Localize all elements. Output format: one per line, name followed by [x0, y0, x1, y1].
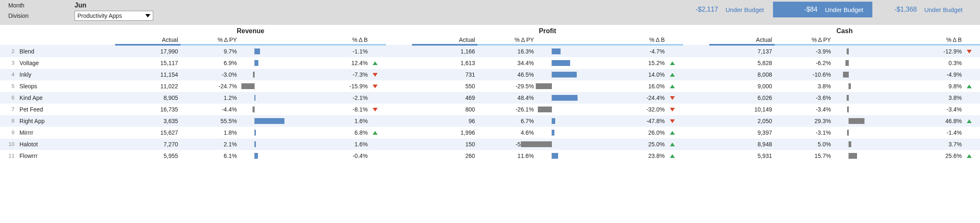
cell-bar [833, 138, 905, 150]
cell-indicator [964, 45, 980, 57]
kpi-amount: -$2,117 [696, 6, 718, 13]
cell-indicator [964, 127, 980, 138]
performance-table: Revenue Profit Cash Actual % Δ PY % Δ B … [0, 25, 980, 162]
cell-bar [833, 127, 905, 138]
cell-pctb: -1.4% [905, 127, 964, 138]
month-label: Month [8, 2, 75, 9]
cell-indicator [667, 57, 683, 69]
kpi-card[interactable]: -$1,368Under Budget [872, 2, 972, 17]
section-title-cash: Cash [709, 25, 980, 36]
triangle-down-icon [670, 96, 675, 100]
cell-indicator [370, 115, 386, 127]
cell-pctpy: -24.7% [181, 80, 239, 92]
cell-indicator [370, 69, 386, 80]
cell-pctb: 9.8% [905, 80, 964, 92]
cell-pctpy: 16.3% [477, 45, 536, 57]
kpi-card[interactable]: -$84Under Budget [773, 2, 872, 17]
header-profit-pctpy: % Δ PY [477, 36, 536, 45]
cell-pctpy: -3.0% [181, 69, 239, 80]
cell-pctb: 1.6% [311, 138, 370, 150]
row-name: Right App [17, 115, 115, 127]
cell-pctpy: 29.3% [775, 115, 833, 127]
cell-bar [239, 92, 311, 104]
cell-pctb: 6.8% [311, 127, 370, 138]
cell-pctb: -3.4% [905, 104, 964, 115]
table-row: 2Blend17,9909.7%-1.1%1,16616.3%-4.7%7,13… [0, 45, 980, 57]
kpi-strip: -$2,117Under Budget-$84Under Budget-$1,3… [674, 2, 972, 17]
table-row: 6Kind Ape8,9051.2%-2.1%46948.4%-24.4%6,0… [0, 92, 980, 104]
cell-actual: 11,022 [115, 80, 181, 92]
cell-bar [833, 150, 905, 162]
cell-bar [239, 138, 311, 150]
cell-bar [239, 150, 311, 162]
row-name: Pet Feed [17, 104, 115, 115]
cell-indicator [370, 127, 386, 138]
row-name: Kind Ape [17, 92, 115, 104]
cell-bar [833, 69, 905, 80]
cell-pctpy: 34.4% [477, 57, 536, 69]
triangle-up-icon [670, 61, 675, 65]
cell-bar [239, 80, 311, 92]
row-name: Halotot [17, 138, 115, 150]
cell-actual: 9,000 [709, 80, 775, 92]
cell-pctpy: -10.6% [775, 69, 833, 80]
cell-bar [833, 80, 905, 92]
cell-bar [833, 57, 905, 69]
cell-pctpy: -3.4% [775, 104, 833, 115]
cell-pctb: -7.3% [311, 69, 370, 80]
cell-pctb: 23.8% [608, 150, 667, 162]
cell-actual: 5,931 [709, 150, 775, 162]
cell-pctpy: -3.1% [775, 127, 833, 138]
kpi-card[interactable]: -$2,117Under Budget [674, 2, 773, 17]
header-bar: Month Jun Division Productivity Apps -$2… [0, 0, 980, 25]
triangle-down-icon [670, 119, 675, 123]
cell-indicator [370, 92, 386, 104]
triangle-up-icon [670, 143, 675, 146]
cell-bar [537, 115, 609, 127]
cell-indicator [370, 104, 386, 115]
cell-pctb: -4.9% [905, 69, 964, 80]
cell-pctb: 14.0% [608, 69, 667, 80]
kpi-amount: -$1,368 [894, 6, 917, 13]
cell-pctb: 0.3% [905, 57, 964, 69]
cell-pctpy: -29.5% [477, 80, 536, 92]
cell-pctpy: -3.9% [775, 45, 833, 57]
row-name: Flowrrr [17, 150, 115, 162]
cell-pctb: -8.1% [311, 104, 370, 115]
header-revenue-pctb: % Δ B [311, 36, 370, 45]
cell-indicator [370, 138, 386, 150]
cell-indicator [964, 115, 980, 127]
cell-indicator [370, 57, 386, 69]
cell-actual: 7,137 [709, 45, 775, 57]
cell-bar [537, 150, 609, 162]
cell-pctb: 46.8% [905, 115, 964, 127]
table-row: 11Flowrrr5,9556.1%-0.4%26011.6%23.8%5,93… [0, 150, 980, 162]
cell-pctb: 16.0% [608, 80, 667, 92]
cell-bar [833, 92, 905, 104]
cell-bar [537, 45, 609, 57]
cell-bar [537, 104, 609, 115]
cell-indicator [964, 138, 980, 150]
cell-indicator [964, 150, 980, 162]
cell-pctb: -2.1% [311, 92, 370, 104]
row-index: 8 [0, 115, 17, 127]
cell-pctpy: 6.9% [181, 57, 239, 69]
division-select[interactable]: Productivity Apps [75, 11, 153, 21]
kpi-status: Under Budget [825, 6, 863, 13]
cell-actual: 2,050 [709, 115, 775, 127]
row-index: 5 [0, 80, 17, 92]
table-row: 5Sleops11,022-24.7%-15.9%550-29.5%16.0%9… [0, 80, 980, 92]
cell-bar [833, 115, 905, 127]
kpi-status: Under Budget [924, 6, 963, 13]
cell-actual: 10,149 [709, 104, 775, 115]
column-header-row: Actual % Δ PY % Δ B Actual % Δ PY % Δ B … [0, 36, 980, 45]
triangle-up-icon [373, 61, 378, 65]
cell-pctpy: 11.6% [477, 150, 536, 162]
kpi-status: Under Budget [725, 6, 764, 13]
cell-actual: 7,270 [115, 138, 181, 150]
triangle-up-icon [967, 85, 972, 88]
cell-pctb: -15.9% [311, 80, 370, 92]
cell-pctb: -32.0% [608, 104, 667, 115]
cell-pctpy: 48.4% [477, 92, 536, 104]
cell-actual: 1,613 [412, 57, 477, 69]
